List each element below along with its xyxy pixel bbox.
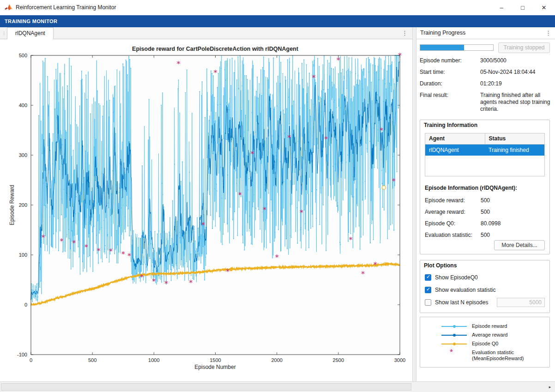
- final-result-value: Training finished after all agents reach…: [480, 92, 550, 113]
- option-row: Show evaluation statistic: [420, 287, 549, 294]
- plot-options-title: Plot Options: [424, 262, 457, 269]
- agent-status-table: Agent Status rlDQNAgent Training finishe…: [425, 133, 545, 176]
- svg-text:2000: 2000: [271, 357, 282, 363]
- table-row[interactable]: rlDQNAgent Training finished: [425, 145, 544, 156]
- scroll-right-icon[interactable]: ▸: [546, 383, 554, 391]
- training-reward-chart: -100010020030040050005001000150020002500…: [0, 39, 412, 381]
- chart-pane-menu-icon[interactable]: ⋮: [402, 27, 408, 39]
- svg-text:*: *: [263, 205, 266, 214]
- chart-title: Episode reward for CartPoleDiscreteActio…: [132, 46, 299, 52]
- start-time-value: 05-Nov-2024 18:04:44: [480, 69, 550, 76]
- episode-reward-value: 500: [481, 197, 490, 204]
- svg-text:*: *: [349, 235, 353, 244]
- checkbox-show-episodeq0[interactable]: [425, 274, 431, 281]
- average-reward-label: Average reward:: [425, 209, 465, 215]
- progress-fill: [420, 45, 464, 50]
- svg-text:*: *: [72, 239, 76, 247]
- status-cell: Training finished: [485, 145, 544, 156]
- svg-text:*: *: [380, 126, 383, 135]
- training-stopped-button[interactable]: Training stopped: [498, 42, 550, 53]
- window-controls: – □ ✕: [491, 0, 555, 15]
- legend-label: Episode Q0: [472, 341, 498, 346]
- table-header-status[interactable]: Status: [485, 133, 545, 144]
- tab-rldqnagent[interactable]: rlDQNAgent: [7, 27, 54, 39]
- duration-value: 01:20:19: [480, 80, 550, 87]
- agent-cell: rlDQNAgent: [425, 145, 485, 156]
- svg-text:500: 500: [88, 357, 97, 363]
- panel-menu-icon[interactable]: ⋮: [545, 27, 551, 39]
- last-n-episodes-input[interactable]: [497, 298, 545, 307]
- svg-text:*: *: [392, 177, 396, 186]
- svg-text:*: *: [250, 150, 254, 158]
- legend-label-line2: (MeanEpisodeReward): [472, 356, 524, 361]
- svg-text:100: 100: [19, 252, 27, 258]
- chart-pane: ⋮⋮ rlDQNAgent ⋮ -10001002003004005000500…: [0, 27, 412, 381]
- svg-text:*: *: [275, 253, 279, 262]
- legend-dot-icon: [453, 343, 456, 345]
- svg-text:400: 400: [19, 103, 27, 108]
- svg-text:*: *: [238, 191, 242, 199]
- legend-dot-icon: [453, 334, 456, 337]
- legend-dot-icon: [453, 325, 456, 328]
- legend-item-episode-q0: Episode Q0: [420, 340, 549, 348]
- svg-text:*: *: [164, 279, 168, 288]
- episode-q0-value: 80.0998: [481, 220, 501, 227]
- option-row: Show EpisodeQ0: [420, 274, 549, 282]
- episode-number-value: 3000/5000: [480, 57, 550, 64]
- svg-text:-100: -100: [17, 352, 27, 357]
- legend-item-average-reward: Average reward: [420, 332, 549, 339]
- horizontal-scrollbar-thumb[interactable]: [1, 383, 411, 391]
- svg-text:200: 200: [19, 202, 27, 208]
- tab-label: rlDQNAgent: [15, 30, 45, 36]
- svg-text:*: *: [42, 233, 45, 242]
- episode-q0-label: Episode Q0:: [425, 220, 455, 227]
- legend-item-episode-reward: Episode reward: [420, 323, 549, 330]
- app-window: Reinforcement Learning Training Monitor …: [0, 0, 555, 392]
- svg-text:*: *: [361, 270, 365, 278]
- legend-line-average-reward-icon: [441, 335, 467, 336]
- panel-header: Training Progress ⋮: [416, 27, 555, 39]
- episode-information-title: Episode Information (rlDQNAgent):: [425, 185, 517, 191]
- checkbox-show-evaluation-statistic-label: Show evaluation statistic: [435, 287, 495, 293]
- svg-text:*: *: [97, 247, 101, 255]
- panel-title: Training Progress: [420, 27, 465, 39]
- legend-label: Evaluation statistic: [472, 350, 514, 355]
- svg-text:*: *: [300, 208, 303, 217]
- svg-text:*: *: [127, 252, 131, 260]
- svg-text:*: *: [60, 237, 64, 246]
- toolstrip-tab-training-monitor[interactable]: TRAINING MONITOR: [0, 15, 62, 27]
- maximize-button[interactable]: □: [512, 0, 533, 15]
- svg-text:*: *: [312, 73, 316, 82]
- legend-label: Average reward: [472, 332, 507, 338]
- svg-text:*: *: [324, 135, 328, 144]
- more-details-button[interactable]: More Details...: [494, 240, 545, 250]
- svg-text:*: *: [214, 68, 217, 77]
- chart-legend-box: Episode reward Average reward Episode Q0…: [420, 317, 550, 368]
- checkbox-show-last-n-episodes-label: Show last N episodes: [435, 299, 488, 306]
- titlebar: Reinforcement Learning Training Monitor …: [0, 0, 555, 15]
- minimize-button[interactable]: –: [491, 0, 512, 15]
- checkbox-show-evaluation-statistic[interactable]: [425, 287, 431, 293]
- close-button[interactable]: ✕: [533, 0, 555, 15]
- checkbox-show-last-n-episodes[interactable]: [425, 299, 431, 306]
- svg-text:*: *: [226, 267, 229, 276]
- pane-divider[interactable]: [412, 27, 416, 381]
- svg-text:*: *: [374, 260, 377, 269]
- training-information-box: Training Information Agent Status rlDQNA…: [420, 120, 550, 254]
- legend-asterisk-icon: *: [450, 348, 453, 357]
- svg-text:*: *: [121, 250, 125, 259]
- svg-text:*: *: [337, 56, 340, 65]
- table-header-agent[interactable]: Agent: [425, 133, 485, 144]
- legend-line-episode-q0-icon: [441, 344, 467, 344]
- evaluation-statistic-value: 500: [481, 232, 490, 238]
- chart-area: -100010020030040050005001000150020002500…: [0, 39, 412, 381]
- legend-label: Episode reward: [472, 323, 507, 329]
- evaluation-statistic-label: Evaluation statistic:: [425, 232, 472, 238]
- svg-text:*: *: [287, 133, 291, 142]
- svg-text:1000: 1000: [148, 357, 159, 363]
- svg-text:*: *: [177, 60, 181, 68]
- document-tab-bar: ⋮⋮ rlDQNAgent ⋮: [0, 27, 412, 39]
- plot-options-box: Plot Options Show EpisodeQ0 Show evaluat…: [420, 260, 550, 313]
- start-time-label: Start time:: [420, 69, 445, 75]
- svg-text:0: 0: [24, 302, 27, 308]
